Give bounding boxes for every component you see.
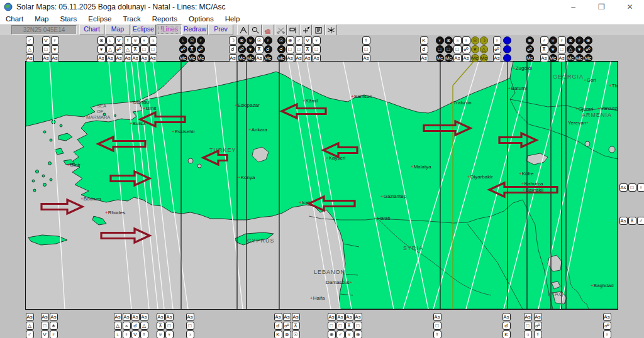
astro-glyph-icon: As bbox=[106, 54, 114, 62]
astro-glyph-icon: ♂ bbox=[26, 36, 34, 45]
report-tool-icon[interactable] bbox=[313, 25, 325, 36]
astro-glyph-icon: □ bbox=[445, 45, 453, 53]
astro-glyph-icon: ☍ bbox=[179, 45, 187, 53]
astro-glyph-icon: ⊕ bbox=[526, 36, 534, 45]
astro-glyph-icon: ♃ bbox=[186, 330, 194, 338]
astro-glyph-icon: As bbox=[345, 313, 353, 321]
city-label: +Tbilisi bbox=[609, 83, 618, 89]
astro-glyph-icon: Mc bbox=[526, 54, 534, 62]
country-label: CYPRUS bbox=[247, 237, 275, 244]
app-globe-icon bbox=[4, 3, 13, 11]
blue-marker-icon bbox=[503, 45, 511, 53]
astro-glyph-icon: ∗ bbox=[97, 45, 106, 53]
planet-line-glyph-stack: ☿□As bbox=[362, 36, 370, 62]
island bbox=[43, 183, 47, 187]
astro-glyph-icon: □ bbox=[336, 322, 345, 330]
roller-tool-icon[interactable] bbox=[287, 25, 299, 36]
menu-item-map[interactable]: Map bbox=[29, 15, 54, 23]
astro-glyph-icon: ☿ bbox=[433, 330, 441, 338]
prev-button[interactable]: Prev bbox=[208, 25, 233, 35]
astro-glyph-icon: □ bbox=[328, 322, 336, 330]
zoom-tool-icon[interactable] bbox=[250, 25, 262, 36]
astro-glyph-icon: ♄ bbox=[114, 330, 122, 338]
astro-glyph-icon: Mc bbox=[247, 54, 255, 62]
pan-tool-icon[interactable] bbox=[262, 25, 274, 36]
astro-glyph-icon: □ bbox=[524, 322, 532, 330]
city-label: +Samsun bbox=[351, 94, 372, 99]
astro-glyph-icon: ♇ bbox=[264, 36, 272, 45]
chart-button[interactable]: Chart bbox=[79, 25, 104, 35]
astro-glyph-icon: V bbox=[304, 36, 312, 45]
city-label: +Icel bbox=[299, 200, 309, 205]
island bbox=[43, 131, 46, 133]
planet-line-glyph-stack: As□☿ bbox=[433, 312, 441, 338]
city-label: +Gjumri bbox=[575, 106, 593, 112]
island bbox=[36, 170, 39, 173]
planet-line-glyph-stack: ♀☍As bbox=[492, 36, 501, 62]
astro-glyph-icon: As bbox=[131, 54, 140, 62]
astro-glyph-icon: □ bbox=[354, 322, 362, 330]
astro-glyph-icon: ♆ bbox=[140, 36, 148, 45]
city-label: +Ankara bbox=[248, 127, 268, 133]
astro-glyph-icon: As bbox=[131, 313, 140, 321]
astro-glyph-icon: ♂ bbox=[295, 36, 303, 45]
astro-glyph-icon: ♀ bbox=[462, 36, 470, 45]
astro-glyph-icon: ♂ bbox=[540, 36, 548, 45]
astro-glyph-icon: ⊼ bbox=[628, 217, 636, 225]
menu-item-reports[interactable]: Reports bbox=[147, 15, 183, 23]
astro-glyph-icon: ⊼ bbox=[345, 322, 353, 330]
planet-line-glyph-stack: As□♃ bbox=[186, 312, 194, 338]
planet-line-glyph-stack: As△♄As×♀As☌VAs△☿ bbox=[113, 312, 148, 338]
astro-glyph-icon: Mc bbox=[436, 54, 444, 62]
country-label: SYRIA bbox=[403, 245, 423, 251]
country-label: LEBANON bbox=[314, 269, 345, 275]
astro-glyph-icon: As bbox=[149, 54, 157, 62]
menu-item-stars[interactable]: Stars bbox=[55, 15, 83, 23]
city-label: +Gaziantep bbox=[380, 194, 407, 199]
planet-line-glyph-stack: As⊼♅As□♆ bbox=[156, 312, 174, 338]
sea-label: MARMARA bbox=[86, 114, 110, 120]
astro-glyph-icon: ⊗ bbox=[567, 36, 575, 45]
lines-button[interactable]: !Lines bbox=[157, 25, 182, 35]
astro-glyph-icon: As bbox=[328, 313, 336, 321]
angle-tool-icon[interactable] bbox=[237, 25, 249, 36]
astro-glyph-icon: As bbox=[540, 54, 548, 62]
island bbox=[48, 162, 52, 165]
city-label: +Gori bbox=[584, 77, 596, 83]
menu-item-track[interactable]: Track bbox=[117, 15, 146, 23]
astro-glyph-icon: ♂ bbox=[336, 330, 345, 338]
astro-glyph-icon: ♅ bbox=[549, 36, 557, 45]
city-label: +Batumi bbox=[508, 85, 527, 91]
minimize-button[interactable]: – bbox=[559, 0, 587, 14]
restore-button[interactable]: ❐ bbox=[587, 0, 616, 14]
scissors-tool-icon[interactable] bbox=[275, 25, 287, 36]
astro-glyph-icon: □ bbox=[186, 322, 194, 330]
lake-west-1 bbox=[188, 158, 193, 163]
astro-glyph-icon: K bbox=[502, 330, 511, 338]
eclipse-button[interactable]: Eclipse bbox=[131, 25, 156, 35]
map-button[interactable]: Map bbox=[105, 25, 130, 35]
redraw-button[interactable]: Redraw bbox=[182, 25, 208, 35]
menu-item-chart[interactable]: Chart bbox=[0, 15, 29, 23]
astro-glyph-icon: Mc bbox=[445, 54, 453, 62]
planet-line-glyph-stack: As☍☿ bbox=[533, 312, 542, 338]
astro-glyph-icon: ♃ bbox=[149, 36, 157, 45]
astro-glyph-icon: ☍ bbox=[526, 45, 534, 53]
astro-glyph-icon: As bbox=[295, 54, 303, 62]
astro-glyph-icon: As bbox=[362, 54, 370, 62]
astro-glyph-icon: As bbox=[274, 313, 282, 321]
title-bar: Solar Maps: 05.11.2025 Boga dolunayi - N… bbox=[0, 0, 644, 14]
menu-item-help[interactable]: Help bbox=[219, 15, 246, 23]
city-label: Damascus+ bbox=[326, 280, 353, 285]
menu-item-eclipse[interactable]: Eclipse bbox=[82, 15, 117, 23]
map-canvas[interactable]: SEAOFMARMARATURKEYCYPRUSSYRIALEBANONGEOR… bbox=[25, 61, 618, 310]
astro-glyph-icon: ☍ bbox=[115, 45, 123, 53]
astro-glyph-icon: As bbox=[292, 313, 300, 321]
astro-glyph-icon: As bbox=[619, 217, 628, 225]
astro-glyph-icon: □ bbox=[42, 45, 50, 53]
menu-bar: ChartMapStarsEclipseTrackReportsOptionsH… bbox=[0, 14, 644, 25]
locate-tool-icon[interactable] bbox=[300, 25, 312, 36]
star-tool-icon[interactable] bbox=[325, 25, 337, 36]
menu-item-options[interactable]: Options bbox=[183, 15, 219, 23]
close-button[interactable]: ✕ bbox=[616, 0, 644, 14]
